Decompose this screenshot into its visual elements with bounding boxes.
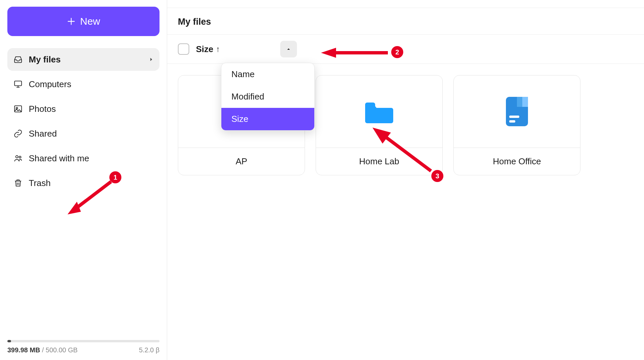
select-all-checkbox[interactable]: [178, 43, 189, 55]
group-icon: [13, 154, 23, 163]
arrow-up-icon: ↑: [216, 44, 220, 54]
storage-text: 399.98 MB / 500.00 GB 5.2.0 β: [7, 346, 159, 354]
new-button-label: New: [80, 16, 100, 27]
file-name: AP: [178, 148, 305, 175]
storage-used: 399.98 MB: [7, 346, 40, 354]
file-card[interactable]: Home Office: [453, 75, 580, 175]
sidebar-item-label: Photos: [29, 104, 56, 114]
sidebar-item-shared-with-me[interactable]: Shared with me: [7, 147, 159, 170]
trash-icon: [13, 178, 23, 188]
sidebar-item-trash[interactable]: Trash: [7, 172, 159, 194]
sort-dropdown-menu: Name Modified Size: [221, 63, 315, 131]
sort-label-text: Size: [196, 44, 213, 54]
toolbar: Size ↑ Name Modified Size: [167, 34, 644, 64]
sidebar-item-label: My files: [29, 54, 61, 65]
sort-option-size[interactable]: Size: [221, 108, 314, 130]
sort-dropdown-button[interactable]: [280, 41, 297, 57]
svg-rect-8: [509, 116, 519, 118]
storage-total: 500.00 GB: [46, 346, 78, 354]
storage-fill: [7, 340, 11, 342]
main: My files Size ↑ Name Modified Size AP: [167, 0, 644, 360]
header: My files: [167, 8, 644, 34]
link-icon: [13, 129, 23, 138]
file-name: Home Lab: [316, 148, 442, 175]
sidebar-item-photos[interactable]: Photos: [7, 98, 159, 120]
new-button[interactable]: New: [7, 7, 159, 36]
sidebar-item-shared[interactable]: Shared: [7, 122, 159, 145]
sidebar-item-my-files[interactable]: My files: [7, 48, 159, 71]
sidebar-item-label: Trash: [29, 178, 51, 188]
chevron-right-icon: [149, 57, 153, 62]
inbox-icon: [13, 55, 23, 64]
svg-point-4: [19, 156, 21, 158]
sidebar-item-label: Shared: [29, 129, 57, 139]
sidebar-item-computers[interactable]: Computers: [7, 73, 159, 96]
nav: My files Computers Photos Shared Shared …: [7, 48, 159, 330]
plus-icon: [67, 17, 76, 26]
page-title: My files: [178, 17, 633, 27]
file-name: Home Office: [454, 148, 580, 175]
sort-option-modified[interactable]: Modified: [221, 85, 314, 108]
svg-rect-0: [15, 81, 22, 86]
sort-toggle[interactable]: Size ↑: [196, 44, 220, 54]
sidebar-item-label: Shared with me: [29, 153, 89, 164]
sidebar: New My files Computers Photos Shared Sha…: [0, 0, 167, 360]
svg-point-3: [16, 156, 18, 158]
storage-meter: 399.98 MB / 500.00 GB 5.2.0 β: [7, 340, 159, 354]
folder-icon: [365, 100, 393, 123]
sort-option-name[interactable]: Name: [221, 63, 314, 85]
image-icon: [13, 104, 23, 114]
storage-sep: /: [40, 346, 46, 354]
monitor-icon: [13, 79, 23, 89]
svg-rect-9: [509, 120, 515, 123]
svg-rect-7: [517, 97, 522, 107]
storage-bar: [7, 340, 159, 342]
topbar: [167, 0, 644, 8]
svg-point-2: [16, 107, 18, 109]
folder-card[interactable]: Home Lab: [316, 75, 443, 175]
caret-up-icon: [286, 46, 291, 52]
file-icon: [506, 97, 528, 126]
version: 5.2.0 β: [139, 346, 159, 354]
sidebar-item-label: Computers: [29, 79, 71, 89]
